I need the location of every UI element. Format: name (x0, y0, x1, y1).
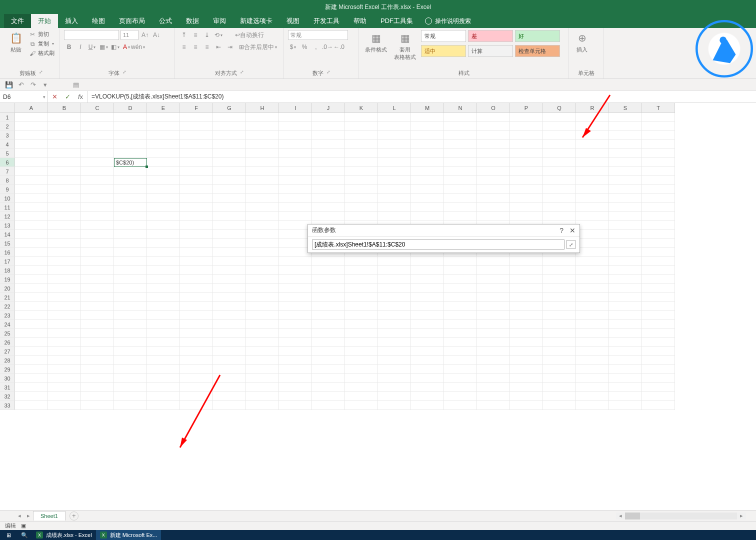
cell-Q17[interactable] (543, 257, 576, 266)
cell-T5[interactable] (642, 149, 675, 158)
cell-D21[interactable] (114, 293, 147, 302)
cell-C17[interactable] (81, 257, 114, 266)
row-header-16[interactable]: 16 (0, 248, 15, 257)
dialog-help-button[interactable]: ? (560, 226, 564, 234)
cell-P29[interactable] (510, 365, 543, 374)
cell-C25[interactable] (81, 329, 114, 338)
search-button[interactable]: 🔍 (17, 530, 32, 540)
cell-H8[interactable] (246, 176, 279, 185)
cell-B14[interactable] (48, 230, 81, 239)
cell-G14[interactable] (213, 230, 246, 239)
cell-L21[interactable] (378, 293, 411, 302)
cell-C3[interactable] (81, 131, 114, 140)
cell-S6[interactable] (609, 158, 642, 167)
cell-M22[interactable] (411, 302, 444, 311)
cell-O9[interactable] (477, 185, 510, 194)
paste-button[interactable]: 📋 粘贴 (7, 30, 25, 54)
cell-Q22[interactable] (543, 302, 576, 311)
cell-J5[interactable] (312, 149, 345, 158)
cell-P32[interactable] (510, 392, 543, 401)
cell-D32[interactable] (114, 392, 147, 401)
cell-N31[interactable] (444, 383, 477, 392)
cell-N7[interactable] (444, 167, 477, 176)
cell-D4[interactable] (114, 140, 147, 149)
cell-A29[interactable] (15, 365, 48, 374)
cell-G24[interactable] (213, 320, 246, 329)
cell-T8[interactable] (642, 176, 675, 185)
cell-E8[interactable] (147, 176, 180, 185)
cell-C15[interactable] (81, 239, 114, 248)
cell-R12[interactable] (576, 212, 609, 221)
cell-G18[interactable] (213, 266, 246, 275)
row-header-20[interactable]: 20 (0, 284, 15, 293)
cell-R13[interactable] (576, 221, 609, 230)
align-center-button[interactable]: ≡ (190, 42, 200, 52)
enter-formula-button[interactable]: ✓ (61, 93, 74, 100)
cell-K4[interactable] (345, 140, 378, 149)
col-header-L[interactable]: L (378, 103, 411, 113)
cell-I31[interactable] (279, 383, 312, 392)
cell-N26[interactable] (444, 338, 477, 347)
cell-K26[interactable] (345, 338, 378, 347)
style-normal[interactable]: 常规 (421, 30, 466, 42)
cell-B10[interactable] (48, 194, 81, 203)
cell-N1[interactable] (444, 113, 477, 122)
cell-O31[interactable] (477, 383, 510, 392)
cell-L30[interactable] (378, 374, 411, 383)
cell-P6[interactable] (510, 158, 543, 167)
cell-H4[interactable] (246, 140, 279, 149)
cell-S20[interactable] (609, 284, 642, 293)
cell-R16[interactable] (576, 248, 609, 257)
cell-F6[interactable] (180, 158, 213, 167)
cell-P2[interactable] (510, 122, 543, 131)
cell-E18[interactable] (147, 266, 180, 275)
cell-T6[interactable] (642, 158, 675, 167)
row-header-33[interactable]: 33 (0, 401, 15, 410)
cell-B22[interactable] (48, 302, 81, 311)
cell-D19[interactable] (114, 275, 147, 284)
font-color-button[interactable]: A▾ (122, 42, 132, 52)
cell-B13[interactable] (48, 221, 81, 230)
cell-J9[interactable] (312, 185, 345, 194)
cell-I25[interactable] (279, 329, 312, 338)
row-header-30[interactable]: 30 (0, 374, 15, 383)
cell-K29[interactable] (345, 365, 378, 374)
cell-Q26[interactable] (543, 338, 576, 347)
percent-button[interactable]: % (300, 42, 310, 52)
cell-O32[interactable] (477, 392, 510, 401)
cell-B30[interactable] (48, 374, 81, 383)
cell-P31[interactable] (510, 383, 543, 392)
cell-H22[interactable] (246, 302, 279, 311)
cell-P5[interactable] (510, 149, 543, 158)
cell-T23[interactable] (642, 311, 675, 320)
cell-L28[interactable] (378, 356, 411, 365)
cell-E25[interactable] (147, 329, 180, 338)
cell-E24[interactable] (147, 320, 180, 329)
col-header-K[interactable]: K (345, 103, 378, 113)
cell-K7[interactable] (345, 167, 378, 176)
cell-C20[interactable] (81, 284, 114, 293)
cell-K31[interactable] (345, 383, 378, 392)
tab-formulas[interactable]: 公式 (152, 14, 179, 28)
cell-M20[interactable] (411, 284, 444, 293)
cell-A27[interactable] (15, 347, 48, 356)
cell-P8[interactable] (510, 176, 543, 185)
cell-P27[interactable] (510, 347, 543, 356)
cell-I12[interactable] (279, 212, 312, 221)
align-left-button[interactable]: ≡ (179, 42, 189, 52)
cell-Q8[interactable] (543, 176, 576, 185)
cell-R20[interactable] (576, 284, 609, 293)
cell-L3[interactable] (378, 131, 411, 140)
cell-H29[interactable] (246, 365, 279, 374)
cell-K20[interactable] (345, 284, 378, 293)
spreadsheet-grid[interactable]: ABCDEFGHIJKLMNOPQRST 1234567891011121314… (0, 103, 756, 438)
cell-L29[interactable] (378, 365, 411, 374)
cell-H11[interactable] (246, 203, 279, 212)
cell-E13[interactable] (147, 221, 180, 230)
cell-F17[interactable] (180, 257, 213, 266)
cell-J10[interactable] (312, 194, 345, 203)
decrease-font-button[interactable]: A↓ (152, 30, 162, 40)
cell-J7[interactable] (312, 167, 345, 176)
cell-E15[interactable] (147, 239, 180, 248)
decrease-decimal-button[interactable]: ←.0 (334, 42, 344, 52)
